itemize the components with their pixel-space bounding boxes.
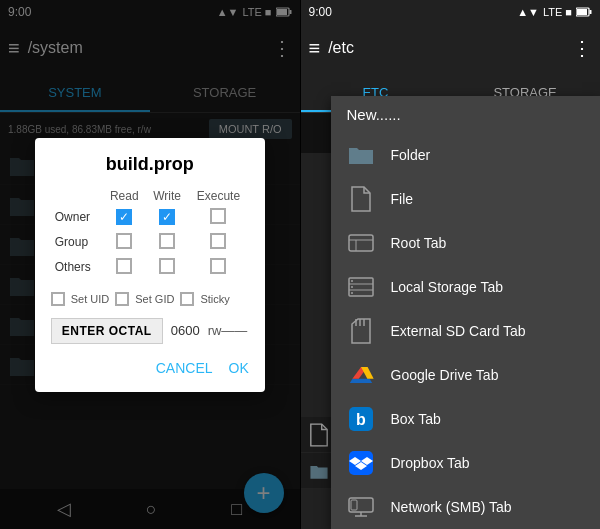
svg-rect-22: [351, 500, 357, 510]
svg-rect-6: [349, 235, 373, 251]
ok-button[interactable]: OK: [229, 360, 249, 376]
root-tab-label: Root Tab: [391, 235, 447, 251]
root-tab-icon: [347, 229, 375, 257]
set-gid-label: Set GID: [135, 293, 174, 305]
svg-point-12: [351, 280, 353, 282]
network-smb-icon: [347, 493, 375, 521]
svg-rect-5: [577, 9, 587, 15]
set-gid-checkbox[interactable]: [115, 292, 129, 306]
right-status-icons: ▲▼ LTE ■: [517, 6, 592, 18]
sd-card-icon: [347, 317, 375, 345]
right-panel: 9:00 ▲▼ LTE ■ ≡ /etc ⋮ ETC STORAGE New..…: [301, 0, 601, 529]
menu-item-local-storage[interactable]: Local Storage Tab: [331, 265, 601, 309]
permissions-dialog: build.prop Read Write Execute Owner ✓ ✓: [35, 138, 265, 392]
menu-item-sd-card[interactable]: External SD Card Tab: [331, 309, 601, 353]
others-label: Others: [51, 255, 103, 280]
dropbox-icon: [347, 449, 375, 477]
sticky-checkbox[interactable]: [180, 292, 194, 306]
right-hamburger-icon[interactable]: ≡: [309, 37, 321, 60]
octal-perms: rw——: [208, 323, 248, 338]
col-write: Write: [146, 187, 188, 205]
owner-read-checkbox[interactable]: ✓: [116, 209, 132, 225]
box-label: Box Tab: [391, 411, 441, 427]
svg-rect-4: [590, 10, 592, 14]
dialog-overlay: build.prop Read Write Execute Owner ✓ ✓: [0, 0, 300, 529]
menu-item-root-tab[interactable]: Root Tab: [331, 221, 601, 265]
local-storage-icon: [347, 273, 375, 301]
owner-label: Owner: [51, 205, 103, 230]
perm-extras: Set UID Set GID Sticky: [51, 292, 249, 306]
others-read-checkbox[interactable]: [116, 258, 132, 274]
right-status-bar: 9:00 ▲▼ LTE ■: [301, 0, 601, 24]
menu-item-box[interactable]: b Box Tab: [331, 397, 601, 441]
svg-point-14: [351, 292, 353, 294]
others-execute-checkbox[interactable]: [210, 258, 226, 274]
group-label: Group: [51, 230, 103, 255]
sd-card-label: External SD Card Tab: [391, 323, 526, 339]
left-panel: 9:00 ▲▼ LTE ■ ≡ /system ⋮ SYSTEM STORAGE…: [0, 0, 300, 529]
right-toolbar: ≡ /etc ⋮: [301, 24, 601, 72]
menu-item-file[interactable]: File: [331, 177, 601, 221]
enter-octal-button[interactable]: ENTER OCTAL: [51, 318, 163, 344]
menu-item-dropbox[interactable]: Dropbox Tab: [331, 441, 601, 485]
svg-point-13: [351, 286, 353, 288]
permissions-table: Read Write Execute Owner ✓ ✓ Group: [51, 187, 249, 280]
file-menu-icon: [347, 185, 375, 213]
right-status-time: 9:00: [309, 5, 332, 19]
right-signal-icon: ▲▼: [517, 6, 539, 18]
col-read: Read: [103, 187, 146, 205]
menu-item-network-smb[interactable]: Network (SMB) Tab: [331, 485, 601, 529]
right-battery-icon: [576, 6, 592, 18]
set-uid-label: Set UID: [71, 293, 110, 305]
google-drive-label: Google Drive Tab: [391, 367, 499, 383]
others-write-checkbox[interactable]: [159, 258, 175, 274]
owner-write-checkbox[interactable]: ✓: [159, 209, 175, 225]
col-execute: Execute: [188, 187, 249, 205]
menu-item-google-drive[interactable]: Google Drive Tab: [331, 353, 601, 397]
group-write-checkbox[interactable]: [159, 233, 175, 249]
octal-row: ENTER OCTAL 0600 rw——: [51, 318, 249, 344]
file-label: File: [391, 191, 414, 207]
google-drive-icon: [347, 361, 375, 389]
perm-row-group: Group: [51, 230, 249, 255]
folder-label: Folder: [391, 147, 431, 163]
octal-value: 0600: [171, 323, 200, 338]
right-more-icon[interactable]: ⋮: [572, 36, 592, 60]
group-read-checkbox[interactable]: [116, 233, 132, 249]
sticky-label: Sticky: [200, 293, 229, 305]
cancel-button[interactable]: CANCEL: [156, 360, 213, 376]
network-smb-label: Network (SMB) Tab: [391, 499, 512, 515]
local-storage-label: Local Storage Tab: [391, 279, 504, 295]
right-lte-icon: LTE ■: [543, 6, 572, 18]
dialog-actions: CANCEL OK: [51, 360, 249, 376]
folder-menu-icon: [347, 141, 375, 169]
box-icon: b: [347, 405, 375, 433]
svg-text:b: b: [356, 411, 366, 428]
perm-row-others: Others: [51, 255, 249, 280]
menu-header: New......: [331, 96, 601, 133]
dropbox-label: Dropbox Tab: [391, 455, 470, 471]
menu-item-folder[interactable]: Folder: [331, 133, 601, 177]
context-menu: New...... Folder File Root T: [331, 96, 601, 529]
dialog-title: build.prop: [51, 154, 249, 175]
group-execute-checkbox[interactable]: [210, 233, 226, 249]
folder-icon: [309, 461, 329, 481]
right-path-title: /etc: [328, 39, 564, 57]
file-icon: [309, 423, 329, 447]
owner-execute-checkbox[interactable]: [210, 208, 226, 224]
perm-row-owner: Owner ✓ ✓: [51, 205, 249, 230]
set-uid-checkbox[interactable]: [51, 292, 65, 306]
